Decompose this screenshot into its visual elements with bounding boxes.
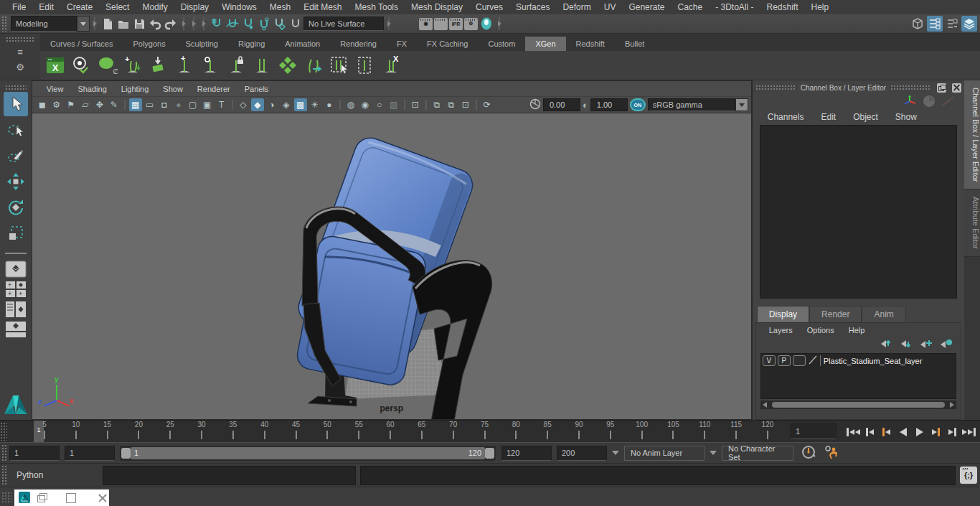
timeline-tick[interactable]: 15 (92, 421, 123, 442)
panel-menu-item[interactable]: View (39, 85, 71, 93)
resolution-gate-icon[interactable]: ◘ (158, 98, 171, 111)
timeline-tick[interactable]: 65 (406, 421, 438, 442)
xgen-delete-guides-icon[interactable]: X (379, 53, 403, 78)
display-render-globals-icon[interactable] (479, 16, 494, 32)
section-collapse-arrow[interactable] (190, 17, 197, 31)
range-slider-track[interactable]: 1 120 (120, 446, 496, 461)
play-forwards-button[interactable] (911, 424, 928, 440)
render-region-icon[interactable] (434, 18, 448, 30)
section-collapse-arrow[interactable] (91, 17, 98, 31)
shelf-tab[interactable]: Rendering (330, 37, 387, 51)
xgen-guide-point-icon[interactable] (198, 53, 222, 78)
view-transform-arrow[interactable] (735, 98, 748, 111)
new-empty-layer-icon[interactable] (919, 339, 933, 350)
xray-joints-icon[interactable]: ◉ (359, 98, 372, 111)
save-scene-icon[interactable] (131, 16, 147, 32)
menu-item[interactable]: UV (598, 2, 623, 12)
layer-editor-tab[interactable]: Render (809, 306, 862, 322)
select-tool[interactable] (4, 92, 28, 116)
anim-layer-dropdown-arrow[interactable] (710, 451, 717, 455)
section-collapse-arrow[interactable] (496, 17, 503, 31)
panel-menu-item[interactable]: Lighting (114, 85, 156, 93)
layer-name[interactable]: Plastic_Stadium_Seat_layer (820, 355, 923, 366)
menu-item[interactable]: Generate (622, 2, 671, 12)
sep-1[interactable] (122, 98, 128, 111)
floating-window-titlebar[interactable]: MAYA (14, 489, 109, 506)
layer-display-type-toggle[interactable] (793, 355, 806, 366)
xgen-interactive-groom-icon[interactable] (275, 53, 300, 78)
safe-action-icon[interactable]: ▣ (201, 98, 214, 111)
undo-icon[interactable] (147, 16, 163, 32)
layer-editor-menu-item[interactable]: Options (800, 326, 842, 334)
shelf-tab[interactable]: Bullet (615, 37, 655, 51)
camera-icon[interactable]: ◼ (36, 98, 49, 111)
new-layer-from-selected-icon[interactable] (939, 339, 953, 350)
paint-select-tool[interactable] (4, 144, 28, 168)
hyperbolic-curve-icon[interactable] (941, 95, 954, 108)
menu-item[interactable]: Redshift (760, 2, 805, 12)
live-surface-field[interactable]: No Live Surface (303, 17, 384, 31)
playback-start-field[interactable]: 1 (65, 446, 115, 461)
command-line-grip[interactable] (1, 465, 8, 485)
smooth-shaded-icon[interactable]: ◆ (251, 98, 264, 111)
render-settings-icon[interactable]: ⚙ (464, 18, 478, 30)
wireframe-on-shaded-icon[interactable]: ◈ (280, 98, 293, 111)
rotate-tool[interactable] (4, 195, 28, 220)
animation-preferences-icon[interactable] (822, 444, 839, 462)
layout-single-pane-button[interactable] (4, 260, 27, 278)
animation-start-field[interactable]: 1 (9, 446, 60, 461)
ipr-render-icon[interactable]: IPR (449, 18, 463, 30)
xgen-region-map-icon[interactable] (353, 53, 377, 78)
layer-editor-menu-item[interactable]: Layers (762, 326, 800, 334)
range-start-handle[interactable] (121, 448, 131, 459)
gamma-icon[interactable]: ◐ (583, 100, 588, 111)
move-tool[interactable] (4, 169, 28, 194)
timeline-tick[interactable]: 95 (595, 421, 626, 442)
menu-item[interactable]: Curves (469, 2, 509, 12)
layer-color-swatch[interactable] (808, 355, 818, 367)
timeline-tick[interactable]: 110 (689, 421, 720, 442)
range-slider-range[interactable]: 1 120 (131, 447, 485, 459)
shelf-grip[interactable] (6, 37, 34, 42)
shelf-tab[interactable]: Custom (479, 37, 526, 51)
channel-box-menu-item[interactable]: Channels (760, 112, 812, 122)
restore-window-button[interactable] (37, 493, 47, 503)
menu-set-dropdown-arrow[interactable] (77, 16, 90, 32)
modeling-toolkit-toggle-icon[interactable] (910, 16, 925, 32)
speed-state-icon[interactable] (923, 95, 936, 109)
scroll-right-arrow[interactable] (950, 402, 954, 408)
exposure-icon[interactable] (529, 98, 541, 111)
view-transform-value[interactable]: sRGB gamma (648, 98, 735, 111)
selection-highlighting-icon[interactable]: ⊡ (409, 98, 422, 111)
layer-move-up-icon[interactable] (879, 339, 893, 350)
layout-four-pane-button[interactable]: +++ (4, 280, 27, 299)
play-backwards-button[interactable] (895, 424, 911, 440)
timeline-tick[interactable]: 50 (311, 421, 343, 442)
timeline-tick[interactable]: 35 (217, 421, 249, 442)
timeline-tick[interactable]: 70 (438, 421, 469, 442)
close-panel-button[interactable] (952, 83, 961, 93)
xgen-add-density-icon[interactable]: + (121, 53, 145, 78)
scroll-left-arrow[interactable] (763, 402, 767, 408)
gate-mask-icon[interactable]: ● (172, 98, 185, 111)
layer-editor-tab[interactable]: Anim (862, 306, 905, 322)
timeline-tick[interactable]: 60 (374, 421, 406, 442)
grease-pencil-icon[interactable]: ✎ (108, 98, 121, 111)
shelf-tab[interactable]: Redshift (566, 37, 615, 51)
menu-item[interactable]: Surfaces (509, 2, 556, 12)
channel-box-menu-item[interactable]: Show (887, 112, 925, 122)
shelf-tab[interactable]: XGen (525, 37, 565, 51)
timeline-tick[interactable]: 10 (60, 421, 92, 442)
maximize-window-button[interactable] (66, 493, 76, 503)
panel-grip[interactable] (890, 85, 931, 90)
layer-move-down-icon[interactable] (899, 339, 913, 350)
tool-settings-toggle-icon[interactable] (944, 16, 960, 32)
lasso-tool[interactable] (4, 118, 28, 142)
range-end-handle[interactable] (485, 448, 494, 459)
xgen-add-guide-icon[interactable]: + (172, 53, 197, 78)
menu-item[interactable]: Create (60, 2, 99, 12)
shelf-tab[interactable]: Polygons (123, 37, 175, 51)
layer-list-scrollbar[interactable] (760, 400, 956, 409)
render-current-frame-icon[interactable]: ◉ (419, 18, 433, 30)
shelf-tab[interactable]: FX Caching (417, 37, 478, 51)
